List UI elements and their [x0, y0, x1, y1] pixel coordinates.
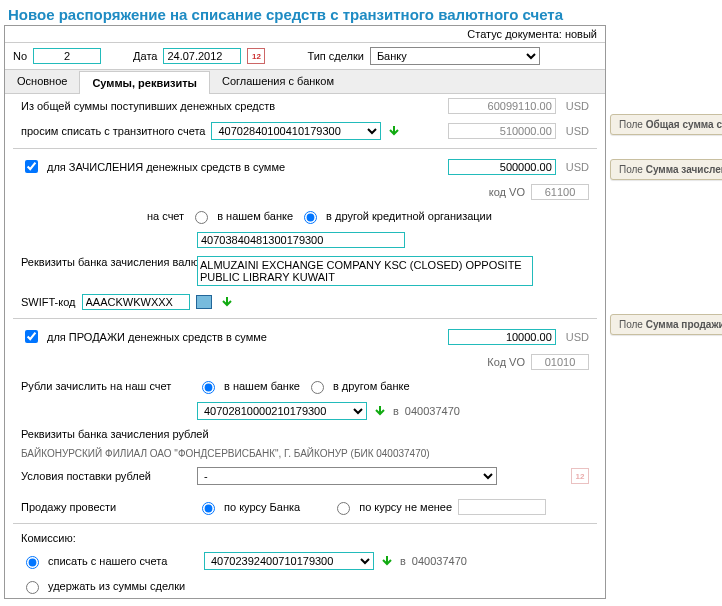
terms-label: Условия поставки рублей	[21, 470, 191, 482]
credit-ccy: USD	[566, 161, 589, 173]
callout-writeoff-sum: Поле Общая сумма списания	[610, 114, 722, 135]
credit-bank-req-label: Реквизиты банка зачисления валюты	[21, 256, 191, 268]
total-ccy: USD	[566, 100, 589, 112]
sale-radio-ourbank[interactable]	[202, 381, 215, 394]
credit-radio-ourbank-label: в нашем банке	[217, 210, 293, 222]
writeoff-amount	[448, 123, 556, 139]
commission-account-select[interactable]: 40702392400710179300	[204, 552, 374, 570]
writeoff-ccy: USD	[566, 125, 589, 137]
credit-account-label: на счет	[147, 210, 184, 222]
credit-vo-label: код VO	[489, 186, 525, 198]
commission-title: Комиссию:	[21, 532, 76, 544]
writeoff-account-select[interactable]: 40702840100410179300	[211, 122, 381, 140]
swift-label: SWIFT-код	[21, 296, 76, 308]
sale-amount-input[interactable]	[448, 329, 556, 345]
credit-radio-otherbank-label: в другой кредитной организации	[326, 210, 492, 222]
callouts: Поле Общая сумма списания Поле Сумма зач…	[606, 4, 722, 341]
sale-radio-otherbank-label: в другом банке	[333, 380, 410, 392]
form-panel: Статус документа: новый No Дата 12 Тип с…	[4, 25, 606, 599]
tab-amounts[interactable]: Суммы, реквизиты	[79, 71, 210, 94]
arrow-down-icon[interactable]	[380, 554, 394, 568]
calendar-icon[interactable]: 12	[247, 48, 265, 64]
sale-radio-ourbank-label: в нашем банке	[224, 380, 300, 392]
rub-bank-req-label: Реквизиты банка зачисления рублей	[21, 428, 209, 440]
tab-main[interactable]: Основное	[5, 70, 79, 93]
bik-value: 040037470	[405, 405, 460, 417]
sale-vo-label: Код VO	[487, 356, 525, 368]
rate-radio-min[interactable]	[337, 502, 350, 515]
credit-radio-otherbank[interactable]	[304, 211, 317, 224]
rate-min-input	[458, 499, 546, 515]
tabs: Основное Суммы, реквизиты Соглашения с б…	[5, 70, 605, 94]
no-input[interactable]	[33, 48, 101, 64]
sale-radio-otherbank[interactable]	[311, 381, 324, 394]
calendar-icon[interactable]: 12	[571, 468, 589, 484]
swift-input[interactable]	[82, 294, 190, 310]
arrow-down-icon[interactable]	[373, 404, 387, 418]
credit-account-input[interactable]	[197, 232, 405, 248]
sale-vo-value	[531, 354, 589, 370]
status-value: новый	[565, 28, 597, 40]
status-bar: Статус документа: новый	[5, 26, 605, 43]
commission-radio-writeoff-label: списать с нашего счета	[48, 555, 198, 567]
commission-in-label: в	[400, 555, 406, 567]
terms-select[interactable]: -	[197, 467, 497, 485]
no-label: No	[13, 50, 27, 62]
commission-radio-deduct-label: удержать из суммы сделки	[48, 580, 185, 592]
lookup-icon[interactable]	[196, 295, 212, 309]
total-amount	[448, 98, 556, 114]
commission-radio-writeoff[interactable]	[26, 556, 39, 569]
tab-agreements[interactable]: Соглашения с банком	[210, 70, 346, 93]
writeoff-label: просим списать с транзитного счета	[21, 125, 205, 137]
total-label: Из общей суммы поступивших денежных сред…	[21, 100, 275, 112]
credit-radio-ourbank[interactable]	[195, 211, 208, 224]
credit-vo-value	[531, 184, 589, 200]
rub-bank-req-value: БАЙКОНУРСКИЙ ФИЛИАЛ ОАО "ФОНДСЕРВИСБАНК"…	[21, 448, 430, 459]
rate-radio-min-label: по курсу не менее	[359, 501, 452, 513]
rub-account-select[interactable]: 40702810000210179300	[197, 402, 367, 420]
sale-label: для ПРОДАЖИ денежных средств в сумме	[47, 331, 267, 343]
credit-bank-req-input[interactable]: ALMUZAINI EXCHANGE COMPANY KSC (CLOSED) …	[197, 256, 533, 286]
arrow-down-icon[interactable]	[387, 124, 401, 138]
deal-type-label: Тип сделки	[307, 50, 363, 62]
status-label: Статус документа:	[467, 28, 562, 40]
rub-label: Рубли зачислить на наш счет	[21, 380, 191, 392]
credit-checkbox[interactable]	[25, 160, 38, 173]
in-label: в	[393, 405, 399, 417]
rate-radio-bank-label: по курсу Банка	[224, 501, 300, 513]
credit-amount-input[interactable]	[448, 159, 556, 175]
date-label: Дата	[133, 50, 157, 62]
perform-label: Продажу провести	[21, 501, 191, 513]
callout-credit-sum: Поле Сумма зачисления	[610, 159, 722, 180]
date-input[interactable]	[163, 48, 241, 64]
callout-sale-sum: Поле Сумма продажи	[610, 314, 722, 335]
rate-radio-bank[interactable]	[202, 502, 215, 515]
credit-label: для ЗАЧИСЛЕНИЯ денежных средств в сумме	[47, 161, 285, 173]
sale-checkbox[interactable]	[25, 330, 38, 343]
deal-type-select[interactable]: Банку	[370, 47, 540, 65]
sale-ccy: USD	[566, 331, 589, 343]
commission-radio-deduct[interactable]	[26, 581, 39, 594]
commission-bik: 040037470	[412, 555, 467, 567]
arrow-down-icon[interactable]	[220, 295, 234, 309]
page-title: Новое распоряжение на списание средств с…	[4, 4, 606, 25]
